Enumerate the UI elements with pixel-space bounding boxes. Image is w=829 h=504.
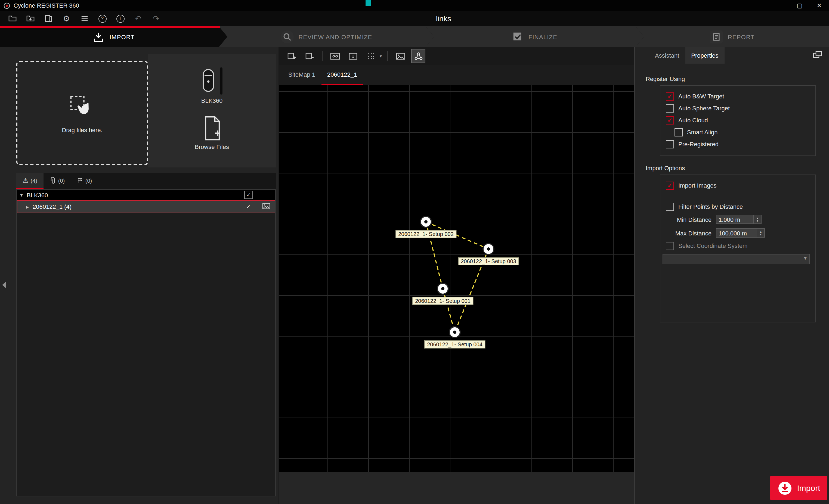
minimize-button[interactable]: – — [770, 0, 790, 11]
filter-points-checkbox[interactable] — [666, 202, 674, 211]
grid-view-icon[interactable] — [364, 49, 378, 63]
import-sources: BLK360 Browse Files — [148, 54, 276, 167]
spin-down-icon[interactable]: ▼ — [756, 219, 759, 222]
register-using-group: ✓Auto B&W TargetAuto Sphere Target✓Auto … — [660, 85, 816, 156]
import-source-panel: Drag files here. BLK360 Browse Files — [0, 47, 279, 504]
review-step-icon — [281, 30, 294, 43]
open-folder-icon[interactable] — [8, 13, 17, 24]
add-sitemap-icon[interactable] — [285, 49, 299, 63]
checkbox[interactable]: ✓ — [666, 116, 674, 124]
undo-icon[interactable]: ↶ — [133, 13, 143, 24]
targets-view-icon[interactable] — [328, 49, 342, 63]
min-distance-row: Min Distance ▲▼ — [660, 212, 816, 226]
redo-icon[interactable]: ↷ — [151, 13, 161, 24]
toolbar-separator — [387, 51, 388, 61]
blk360-device-icon — [201, 69, 215, 92]
import-button-label: Import — [797, 483, 820, 493]
remove-sitemap-icon[interactable] — [302, 49, 317, 63]
checkbox[interactable] — [666, 104, 674, 112]
attachments-count: (0) — [58, 178, 65, 184]
chevron-down-icon[interactable]: ▾ — [20, 192, 27, 198]
workflow-bar: IMPORT REVIEW AND OPTIMIZE FINALIZE REPO… — [0, 26, 829, 47]
menu-bar: ⚙ ? i ↶ ↷ links — [0, 11, 829, 26]
checkbox-label: Auto B&W Target — [678, 93, 724, 100]
link-edges-layer — [279, 85, 634, 472]
workflow-step-label: REVIEW AND OPTIMIZE — [299, 33, 372, 40]
setup-node-label: 2060122_1- Setup 002 — [395, 230, 456, 238]
root-checkbox[interactable]: ✓ — [244, 191, 253, 199]
workflow-step-review[interactable]: REVIEW AND OPTIMIZE — [219, 26, 434, 47]
register-option-row: ✓Auto Cloud — [660, 114, 816, 126]
maximize-button[interactable]: ▢ — [790, 0, 809, 11]
drag-files-dropzone[interactable]: Drag files here. — [16, 61, 148, 165]
checkbox[interactable]: ✓ — [666, 92, 674, 100]
setup-node[interactable] — [483, 244, 493, 254]
checkbox[interactable] — [666, 140, 674, 148]
register-option-row: ✓Auto B&W Target — [660, 90, 816, 102]
import-button[interactable]: Import — [770, 476, 827, 500]
project-book-icon[interactable] — [43, 13, 53, 24]
settings-gear-icon[interactable]: ⚙ — [62, 13, 71, 24]
tree-child-row-selected[interactable]: ▸ 2060122_1 (4) ✓ — [17, 200, 275, 213]
titlebar-indicator — [365, 0, 371, 6]
filter-points-row: Filter Points by Distance — [660, 201, 816, 212]
collapse-left-handle[interactable] — [2, 282, 6, 288]
setup-node-label: 2060122_1- Setup 001 — [412, 297, 473, 305]
blk360-source[interactable] — [201, 69, 222, 94]
tree-root-row[interactable]: ▾ BLK360 ✓ — [17, 190, 275, 200]
app-logo-icon — [3, 2, 10, 9]
coordinate-system-checkbox[interactable] — [666, 242, 674, 250]
max-distance-row: Max Distance ▲▼ — [660, 226, 816, 240]
register-using-title: Register Using — [646, 76, 829, 82]
filter-points-label: Filter Points by Distance — [678, 203, 743, 210]
tab-sitemap-1[interactable]: SiteMap 1 — [282, 65, 321, 85]
tab-2060122-1[interactable]: 2060122_1 — [321, 65, 363, 85]
chevron-right-icon[interactable]: ▸ — [26, 204, 33, 209]
info-icon[interactable]: i — [115, 13, 125, 24]
min-distance-spinner[interactable]: ▲▼ — [754, 215, 762, 224]
min-distance-input[interactable] — [716, 215, 754, 224]
max-distance-spinner[interactable]: ▲▼ — [757, 228, 765, 238]
tab-properties[interactable]: Properties — [685, 47, 724, 64]
links-view-icon[interactable] — [411, 49, 425, 63]
setup-node[interactable] — [421, 217, 431, 227]
map-view-icon[interactable] — [346, 49, 360, 63]
panel-layout-icon[interactable] — [813, 50, 823, 59]
checkbox-label: Pre-Registered — [678, 141, 719, 147]
max-distance-input[interactable] — [716, 228, 757, 238]
report-step-icon — [710, 30, 723, 43]
device-slider[interactable] — [220, 68, 222, 94]
setup-node[interactable] — [450, 327, 460, 337]
setup-node[interactable] — [438, 284, 448, 294]
register-option-row: Pre-Registered — [660, 138, 816, 150]
file-list-tabs: ⚠ (4) (0) (0) — [16, 173, 276, 189]
close-button[interactable]: ✕ — [809, 0, 829, 11]
sitemap-canvas[interactable]: 2060122_1- Setup 0022060122_1- Setup 003… — [279, 85, 634, 472]
coordinate-system-label: Select Coordinate System — [678, 242, 747, 249]
markers-count: (0) — [85, 178, 92, 184]
checkbox[interactable] — [675, 128, 683, 136]
browse-files-source[interactable]: Browse Files — [195, 116, 229, 150]
tab-issues[interactable]: ⚠ (4) — [16, 173, 43, 189]
child-check-icon: ✓ — [246, 203, 251, 210]
image-view-icon[interactable] — [393, 49, 407, 63]
spin-down-icon[interactable]: ▼ — [759, 233, 762, 236]
workflow-step-finalize[interactable]: FINALIZE — [425, 26, 644, 47]
open-project-icon[interactable] — [26, 13, 35, 24]
storage-list-icon[interactable] — [79, 13, 89, 24]
coordinate-system-select[interactable]: ▾ — [662, 254, 810, 264]
blk360-label: BLK360 — [201, 97, 222, 104]
help-icon[interactable]: ? — [97, 13, 107, 24]
tab-attachments[interactable]: (0) — [43, 173, 71, 189]
chevron-down-icon[interactable]: ▾ — [380, 53, 382, 59]
tree-child-label: 2060122_1 (4) — [33, 203, 72, 210]
setup-node-label: 2060122_1- Setup 003 — [458, 257, 519, 265]
tab-assistant[interactable]: Assistant — [649, 47, 685, 64]
register-option-row: Auto Sphere Target — [660, 102, 816, 114]
import-images-checkbox[interactable]: ✓ — [666, 181, 674, 190]
workflow-step-import[interactable]: IMPORT — [0, 26, 227, 47]
workflow-step-report[interactable]: REPORT — [635, 26, 829, 47]
tab-markers[interactable]: (0) — [71, 173, 98, 189]
setup-node-label: 2060122_1- Setup 004 — [424, 340, 485, 349]
image-preview-icon[interactable] — [262, 203, 271, 209]
